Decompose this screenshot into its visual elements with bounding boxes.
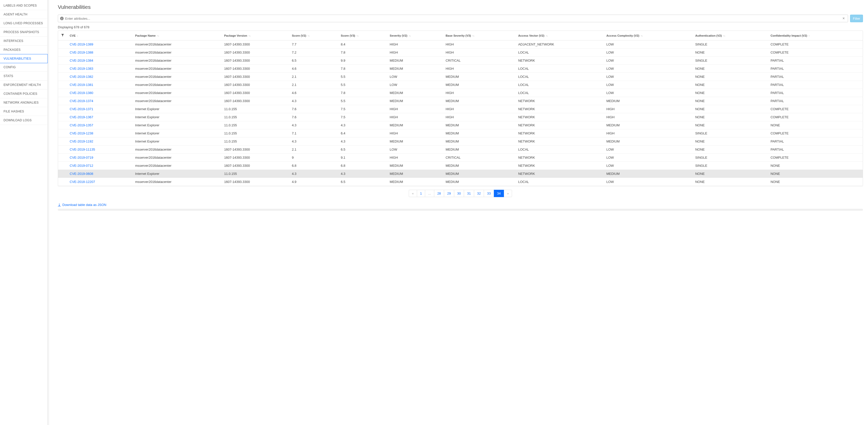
sidebar-item-vulnerabilities[interactable]: VULNERABILITIES bbox=[0, 54, 48, 63]
table-row[interactable]: CVE-2019-1383msserver2016datacenter1607-… bbox=[58, 65, 863, 73]
cve-link[interactable]: CVE-2019-1388 bbox=[70, 51, 93, 54]
sidebar-item-agent-health[interactable]: AGENT HEALTH bbox=[0, 10, 48, 19]
column-header-score-v3-[interactable]: Score (V3) ↑↓ bbox=[338, 31, 387, 40]
cve-link[interactable]: CVE-2019-1389 bbox=[70, 42, 93, 46]
cell-s3: 5.5 bbox=[338, 73, 387, 81]
cve-link[interactable]: CVE-2019-1238 bbox=[70, 132, 93, 135]
page-1[interactable]: 1 bbox=[417, 190, 425, 197]
table-row[interactable]: CVE-2019-0712msserver2016datacenter1607-… bbox=[58, 162, 863, 170]
table-row[interactable]: CVE-2019-11135msserver2016datacenter1607… bbox=[58, 145, 863, 153]
cell-sev2: MEDIUM bbox=[387, 170, 443, 178]
page-31[interactable]: 31 bbox=[464, 190, 474, 197]
table-row[interactable]: CVE-2019-1192Internet Explorer11.0.1554.… bbox=[58, 138, 863, 145]
column-header-authentication-v2-[interactable]: Authentication (V2) ↑↓ bbox=[693, 31, 768, 40]
column-header-score-v2-[interactable]: Score (V2) ↑↓ bbox=[289, 31, 338, 40]
cell-sev2: HIGH bbox=[387, 40, 443, 49]
cve-link[interactable]: CVE-2019-1381 bbox=[70, 83, 93, 87]
column-header-severity-v2-[interactable]: Severity (V2) ↑↓ bbox=[387, 31, 443, 40]
cve-link[interactable]: CVE-2019-1384 bbox=[70, 59, 93, 62]
cell-auth: NONE bbox=[693, 145, 768, 153]
cve-link[interactable]: CVE-2018-12207 bbox=[70, 180, 95, 184]
horizontal-scrollbar[interactable] bbox=[58, 209, 863, 211]
filter-button[interactable]: Filter bbox=[850, 15, 863, 22]
page-34[interactable]: 34 bbox=[494, 190, 504, 197]
cve-link[interactable]: CVE-2019-1382 bbox=[70, 75, 93, 79]
cell-s3: 7.5 bbox=[338, 113, 387, 121]
cell-av: NETWORK bbox=[516, 113, 604, 121]
search-input[interactable] bbox=[64, 17, 841, 21]
sidebar-item-network-anomalies[interactable]: NETWORK ANOMALIES bbox=[0, 98, 48, 107]
filter-input-wrap[interactable]: i × bbox=[58, 15, 848, 22]
cell-s2: 4.6 bbox=[289, 65, 338, 73]
table-row[interactable]: CVE-2019-1374msserver2016datacenter1607-… bbox=[58, 97, 863, 105]
sidebar-item-process-snapshots[interactable]: PROCESS SNAPSHOTS bbox=[0, 28, 48, 37]
table-row[interactable]: CVE-2019-1371Internet Explorer11.0.1557.… bbox=[58, 105, 863, 113]
cell-sev3: MEDIUM bbox=[443, 178, 516, 186]
cve-link[interactable]: CVE-2019-1371 bbox=[70, 107, 93, 111]
table-row[interactable]: CVE-2019-1381msserver2016datacenter1607-… bbox=[58, 81, 863, 89]
cve-link[interactable]: CVE-2019-0712 bbox=[70, 164, 93, 168]
table-row[interactable]: CVE-2019-1382msserver2016datacenter1607-… bbox=[58, 73, 863, 81]
cell-ci: COMPLETE bbox=[768, 40, 863, 49]
sidebar-item-labels-and-scopes[interactable]: LABELS AND SCOPES bbox=[0, 1, 48, 10]
cell-sev3: MEDIUM bbox=[443, 73, 516, 81]
table-row[interactable]: CVE-2019-1357Internet Explorer11.0.1554.… bbox=[58, 121, 863, 130]
page-30[interactable]: 30 bbox=[454, 190, 464, 197]
column-header-access-vector-v2-[interactable]: Access Vector (V2) ↑↓ bbox=[516, 31, 604, 40]
cell-ver: 11.0.155 bbox=[222, 170, 289, 178]
cell-ci: NONE bbox=[768, 162, 863, 170]
table-row[interactable]: CVE-2019-0608Internet Explorer11.0.1554.… bbox=[58, 170, 863, 178]
clear-search-icon[interactable]: × bbox=[841, 16, 846, 21]
cve-link[interactable]: CVE-2019-0608 bbox=[70, 172, 93, 176]
column-header-access-complexity-v2-[interactable]: Access Complexity (V2) ↑↓ bbox=[604, 31, 693, 40]
cell-sev2: LOW bbox=[387, 73, 443, 81]
table-row[interactable]: CVE-2019-1389msserver2016datacenter1607-… bbox=[58, 40, 863, 49]
table-row[interactable]: CVE-2019-1238Internet Explorer11.0.1557.… bbox=[58, 130, 863, 138]
column-header-package-name[interactable]: Package Name ↑↓ bbox=[132, 31, 221, 40]
filter-column-header[interactable] bbox=[58, 31, 67, 40]
page-33[interactable]: 33 bbox=[484, 190, 494, 197]
cve-link[interactable]: CVE-2019-1374 bbox=[70, 99, 93, 103]
cell-ac: LOW bbox=[604, 145, 693, 153]
page-28[interactable]: 28 bbox=[434, 190, 444, 197]
row-filter-cell bbox=[58, 49, 67, 57]
page-32[interactable]: 32 bbox=[474, 190, 484, 197]
cell-s2: 7.6 bbox=[289, 113, 338, 121]
column-header-confidentiality-impact-v2-[interactable]: Confidentiality Impact (V2) ↑ bbox=[768, 31, 863, 40]
sidebar-item-download-logs[interactable]: DOWNLOAD LOGS bbox=[0, 116, 48, 125]
cell-sev3: MEDIUM bbox=[443, 121, 516, 130]
sidebar-item-enforcement-health[interactable]: ENFORCEMENT HEALTH bbox=[0, 81, 48, 89]
download-json-link[interactable]: ⤓ Download table data as JSON bbox=[58, 203, 106, 207]
cell-pkg: msserver2016datacenter bbox=[132, 65, 221, 73]
sidebar-item-long-lived-processes[interactable]: LONG LIVED PROCESSES bbox=[0, 19, 48, 28]
table-row[interactable]: CVE-2019-0719msserver2016datacenter1607-… bbox=[58, 153, 863, 162]
column-header-cve[interactable]: CVE ↓ bbox=[67, 31, 132, 40]
table-row[interactable]: CVE-2018-12207msserver2016datacenter1607… bbox=[58, 178, 863, 186]
cve-link[interactable]: CVE-2019-1367 bbox=[70, 115, 93, 119]
table-row[interactable]: CVE-2019-1388msserver2016datacenter1607-… bbox=[58, 49, 863, 57]
column-header-base-severity-v3-[interactable]: Base Severity (V3) ↑↓ bbox=[443, 31, 516, 40]
cve-link[interactable]: CVE-2019-1192 bbox=[70, 140, 93, 143]
row-filter-cell bbox=[58, 178, 67, 186]
table-row[interactable]: CVE-2019-1367Internet Explorer11.0.1557.… bbox=[58, 113, 863, 121]
sidebar-item-stats[interactable]: STATS bbox=[0, 72, 48, 81]
cve-link[interactable]: CVE-2019-0719 bbox=[70, 155, 93, 160]
cell-sev3: HIGH bbox=[443, 65, 516, 73]
cell-ver: 11.0.155 bbox=[222, 130, 289, 138]
column-header-package-version[interactable]: Package Version ↑↓ bbox=[222, 31, 289, 40]
cve-link[interactable]: CVE-2019-1383 bbox=[70, 67, 93, 70]
sidebar-item-interfaces[interactable]: INTERFACES bbox=[0, 37, 48, 46]
sidebar-item-config[interactable]: CONFIG bbox=[0, 63, 48, 72]
sidebar-item-container-policies[interactable]: CONTAINER POLICIES bbox=[0, 89, 48, 98]
table-row[interactable]: CVE-2019-1380msserver2016datacenter1607-… bbox=[58, 89, 863, 97]
cve-link[interactable]: CVE-2019-11135 bbox=[70, 147, 95, 151]
cell-pkg: msserver2016datacenter bbox=[132, 81, 221, 89]
table-row[interactable]: CVE-2019-1384msserver2016datacenter1607-… bbox=[58, 57, 863, 65]
sidebar-item-packages[interactable]: PACKAGES bbox=[0, 46, 48, 54]
sidebar-item-file-hashes[interactable]: FILE HASHES bbox=[0, 107, 48, 116]
page-29[interactable]: 29 bbox=[444, 190, 454, 197]
cve-link[interactable]: CVE-2019-1357 bbox=[70, 123, 93, 127]
cve-link[interactable]: CVE-2019-1380 bbox=[70, 91, 93, 95]
cell-ci: PARTIAL bbox=[768, 65, 863, 73]
result-count: Displaying 678 of 678 bbox=[58, 25, 863, 29]
